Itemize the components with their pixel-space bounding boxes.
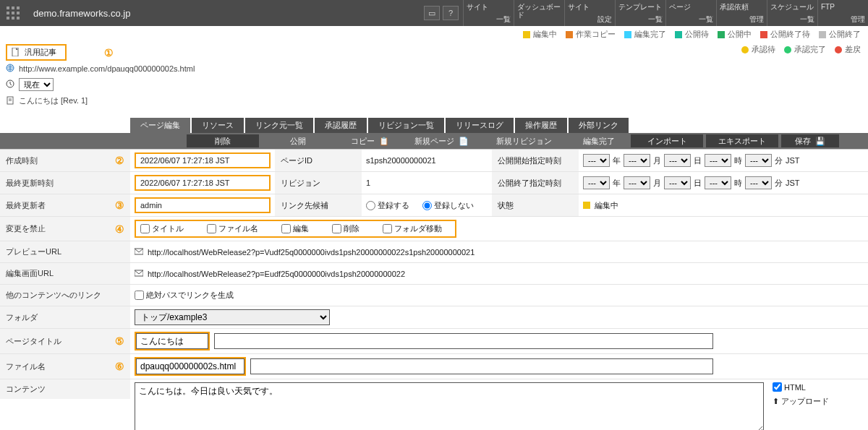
new-page-button[interactable]: 新規ページ📄 [405,134,477,147]
updated-label: 最終更新時刻 [6,178,54,189]
pubstart-hour[interactable]: --- [705,154,731,167]
pubstart-day[interactable]: --- [664,154,691,167]
pubend-hour[interactable]: --- [705,176,731,189]
import-button[interactable]: インポート [631,134,703,147]
edit-complete-button[interactable]: 編集完了 [570,134,628,147]
pubend-min[interactable]: --- [745,176,772,189]
revision-label: リビジョン [281,178,320,189]
pageid-label: ページID [281,155,312,166]
lock-label: 変更を禁止 [6,223,46,234]
delete-button[interactable]: 削除 [187,134,259,147]
content-textarea[interactable] [135,382,764,430]
export-button[interactable]: エキスポート [706,134,778,147]
lock-options: タイトル ファイル名 編集 削除 フォルダ移動 [135,220,456,238]
nav-tab-ftp[interactable]: FTP管理 [817,0,868,26]
pubstart-month[interactable]: --- [624,154,650,167]
mail-icon [135,269,143,279]
lock-foldermove[interactable]: フォルダ移動 [383,223,442,234]
time-mode-select[interactable]: 現在 [19,78,54,91]
status-value: 編集中 [595,200,618,211]
help-button[interactable]: ? [443,6,459,20]
svg-rect-8 [17,17,20,20]
doc-icon [6,96,14,106]
lock-title[interactable]: タイトル [140,223,184,234]
nav-tab-template[interactable]: テンプレート一覧 [615,0,665,26]
annotation-4: ④ [115,223,124,235]
tab-revisions[interactable]: リビジョン一覧 [368,118,444,133]
layout-toggle-button[interactable]: ▭ [424,6,440,20]
svg-rect-7 [12,17,14,20]
nav-tab-site-settings[interactable]: サイト設定 [564,0,615,26]
tab-page-edit[interactable]: ページ編集 [130,118,190,133]
nav-tab-site-list[interactable]: サイト一覧 [463,0,514,26]
new-revision-button[interactable]: 新規リビジョン [480,134,567,147]
svg-rect-4 [12,12,14,14]
pagetitle-input-ext[interactable] [214,333,713,349]
svg-rect-2 [17,7,20,9]
mail-icon [135,247,143,257]
nav-tab-schedule[interactable]: スケジュール一覧 [767,0,817,26]
tab-approval-history[interactable]: 承認履歴 [315,118,367,133]
pubend-day[interactable]: --- [664,176,691,189]
globe-icon [6,64,14,74]
pubend-year[interactable]: --- [583,176,610,189]
status-color-icon [583,202,590,209]
lock-filename[interactable]: ファイル名 [207,223,258,234]
template-name: 汎用記事 [25,47,56,58]
pubstart-year[interactable]: --- [583,154,610,167]
pagetitle-input[interactable] [136,333,208,349]
pubend-month[interactable]: --- [624,176,650,189]
nav-tab-approval[interactable]: 承認依頼管理 [716,0,767,26]
upload-button[interactable]: ⬆ アップロード [773,396,829,407]
html-checkbox[interactable]: HTML [773,382,820,392]
pubstart-min[interactable]: --- [745,154,772,167]
pubstart-datetime: ---年 ---月 ---日 ---時 ---分 JST [583,154,800,167]
copy-icon: 📋 [379,137,389,146]
otherlink-label: 他のコンテンツへのリンク [6,290,101,301]
absolute-path-checkbox[interactable]: 絶対パスでリンクを生成 [135,290,234,301]
linkcand-register[interactable]: 登録する [366,200,409,211]
nav-tab-page[interactable]: ページ一覧 [665,0,716,26]
pubend-datetime: ---年 ---月 ---日 ---時 ---分 JST [583,176,800,189]
save-button[interactable]: 保存💾 [781,134,839,147]
tab-op-history[interactable]: 操作履歴 [515,118,567,133]
page-form: 作成時刻② 2022/06/07 17:27:18 JST ページID s1ps… [0,149,868,430]
tab-external-link[interactable]: 外部リンク [569,118,629,133]
page-public-url: http://www.example.com/dpauqq000000002s.… [19,64,195,73]
annotation-3: ③ [115,199,124,211]
folder-label: フォルダ [6,312,38,323]
svg-rect-3 [7,12,9,14]
annotation-5: ⑤ [115,335,124,347]
tab-release-log[interactable]: リリースログ [446,118,514,133]
tab-resource[interactable]: リソース [192,118,244,133]
copy-button[interactable]: コピー📋 [337,134,402,147]
updater-value: admin [135,197,271,213]
app-logo-icon [0,0,26,26]
template-name-box: 汎用記事 [6,44,67,61]
svg-rect-0 [7,7,9,9]
nav-tab-dashboard[interactable]: ダッシュボード [514,0,564,26]
folder-select[interactable]: トップ/example3 [135,309,330,325]
filename-input-ext[interactable] [250,358,713,374]
linkcand-label: リンク先候補 [281,200,328,211]
edit-url: http://localhost/WebRelease2?p=Eudf25q00… [148,270,405,278]
content-label: コンテンツ [6,384,46,395]
svg-rect-6 [7,17,9,20]
annotation-2: ② [115,155,124,166]
annotation-1: ① [104,47,114,59]
legend-approval-states: 承認待 承認完了 差戻 [734,43,868,58]
preview-url: http://localhost/WebRelease2?p=Vudf25q00… [148,248,475,257]
filename-input[interactable] [136,358,244,374]
updated-value: 2022/06/07 17:27:18 JST [135,175,271,191]
svg-rect-5 [17,12,20,14]
tab-linkfrom[interactable]: リンク元一覧 [245,118,313,133]
pubstart-label: 公開開始指定時刻 [498,155,561,166]
publish-button[interactable]: 公開 [262,134,334,147]
lock-edit[interactable]: 編集 [281,223,309,234]
lock-delete[interactable]: 削除 [332,223,359,234]
linkcand-noregister[interactable]: 登録しない [422,200,474,211]
domain-label: demo.frameworks.co.jp [26,0,137,26]
updater-label: 最終更新者 [6,200,46,211]
page-tabs: ページ編集 リソース リンク元一覧 承認履歴 リビジョン一覧 リリースログ 操作… [0,118,868,133]
created-label: 作成時刻 [6,155,38,166]
